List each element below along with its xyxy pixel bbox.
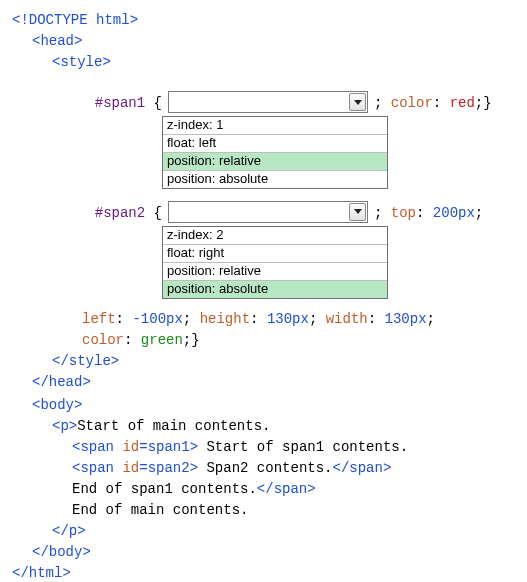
code-token: <span [72, 439, 122, 455]
code-line: <p>Start of main contents. [12, 416, 515, 437]
list-item[interactable]: position: absolute [163, 281, 387, 298]
code-token: : [416, 205, 433, 221]
list-item[interactable]: z-index: 1 [163, 117, 387, 135]
code-token: <p> [52, 418, 77, 434]
code-token: 130px [385, 311, 427, 327]
code-line: </html> [12, 563, 515, 583]
chevron-down-icon[interactable] [349, 93, 366, 111]
rule-tail: ; top: 200px; [368, 201, 483, 224]
list-item[interactable]: float: left [163, 135, 387, 153]
code-token: span1 [148, 439, 190, 455]
code-token: red [450, 95, 475, 111]
code-token: <body> [32, 397, 82, 413]
code-token: span2 [148, 460, 190, 476]
code-token: </html> [12, 565, 71, 581]
code-token: html> [88, 12, 138, 28]
code-token: color [391, 95, 433, 111]
code-token: : [124, 332, 141, 348]
code-token: : [368, 311, 385, 327]
code-token: ;} [183, 332, 200, 348]
code-line: End of span1 contents.</span> [12, 479, 515, 500]
code-line: <!DOCTYPE html> [12, 10, 515, 31]
code-line: End of main contents. [12, 500, 515, 521]
span2-combobox[interactable] [168, 201, 368, 223]
code-token: = [139, 439, 147, 455]
code-line: <span id=span1> Start of span1 contents. [12, 437, 515, 458]
list-item[interactable]: z-index: 2 [163, 227, 387, 245]
selector-text: #span1 [95, 95, 145, 111]
code-token: ; [183, 311, 200, 327]
code-token: <span [72, 460, 122, 476]
list-item[interactable]: float: right [163, 245, 387, 263]
code-token: End of span1 contents. [72, 481, 257, 497]
code-token: Start of span1 contents. [198, 439, 408, 455]
code-token: <style> [52, 54, 111, 70]
code-token: { [145, 95, 162, 111]
code-token: > [190, 439, 198, 455]
span1-listbox[interactable]: z-index: 1 float: left position: relativ… [162, 116, 388, 189]
rule-selector-lead: #span2 { [12, 201, 168, 224]
selector-text: #span2 [95, 205, 145, 221]
code-line: </style> [12, 351, 515, 372]
rule-selector-lead: #span1 { [12, 91, 168, 114]
code-token: top [391, 205, 416, 221]
list-item[interactable]: position: relative [163, 153, 387, 171]
code-token: = [139, 460, 147, 476]
list-item[interactable]: position: absolute [163, 171, 387, 188]
code-token: </span> [257, 481, 316, 497]
code-line: <style> [12, 52, 515, 73]
code-token: </body> [32, 544, 91, 560]
code-token: Span2 contents. [198, 460, 332, 476]
code-line: </body> [12, 542, 515, 563]
code-token: 200px [433, 205, 475, 221]
code-token: ;} [475, 95, 492, 111]
code-token: id [122, 439, 139, 455]
code-token: <head> [32, 33, 82, 49]
rule-row-span1: #span1 { ; color: red;} [12, 91, 515, 114]
code-token: ; [374, 205, 391, 221]
code-token: : [116, 311, 133, 327]
code-line: <body> [12, 395, 515, 416]
code-token: <! [12, 12, 29, 28]
code-token: DOCTYPE [29, 12, 88, 28]
code-line: color: green;} [82, 330, 515, 351]
code-token: </p> [52, 523, 86, 539]
code-line: <span id=span2> Span2 contents.</span> [12, 458, 515, 479]
code-token: ; [427, 311, 435, 327]
code-token: ; [309, 311, 326, 327]
code-token: width [326, 311, 368, 327]
code-token: > [190, 460, 198, 476]
code-token: Start of main contents. [77, 418, 270, 434]
code-token: </style> [52, 353, 119, 369]
code-token: 130px [267, 311, 309, 327]
code-line: left: -100px; height: 130px; width: 130p… [82, 309, 515, 330]
code-token: height [200, 311, 250, 327]
code-token: : [250, 311, 267, 327]
span1-combobox[interactable] [168, 91, 368, 113]
code-token: : [433, 95, 450, 111]
code-token: </head> [32, 374, 91, 390]
code-token: -100px [132, 311, 182, 327]
code-token: ; [374, 95, 391, 111]
code-token: left [82, 311, 116, 327]
chevron-down-icon[interactable] [349, 203, 366, 221]
code-line: </p> [12, 521, 515, 542]
code-token: { [145, 205, 162, 221]
code-token: id [122, 460, 139, 476]
span2-listbox[interactable]: z-index: 2 float: right position: relati… [162, 226, 388, 299]
code-line: </head> [12, 372, 515, 393]
rule-tail: ; color: red;} [368, 91, 492, 114]
list-item[interactable]: position: relative [163, 263, 387, 281]
code-token: green [141, 332, 183, 348]
rule-row-span2: #span2 { ; top: 200px; [12, 201, 515, 224]
code-token: ; [475, 205, 483, 221]
code-line: <head> [12, 31, 515, 52]
code-token: </span> [332, 460, 391, 476]
code-token: color [82, 332, 124, 348]
code-token: End of main contents. [72, 502, 248, 518]
